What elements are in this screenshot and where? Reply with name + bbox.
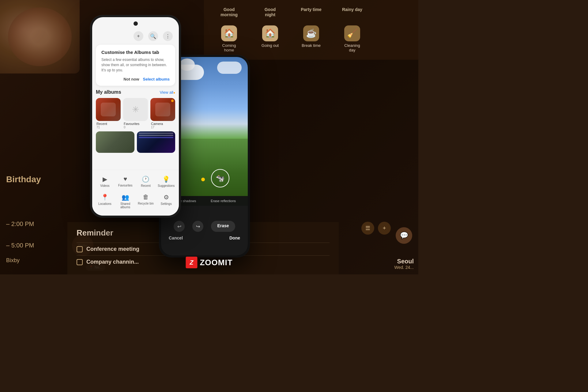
phone-bottom-nav: ▶ Videos ♥ Favourites 🕐 Recent 💡 Suggest…	[92, 170, 179, 216]
nav-videos-label: Videos	[100, 184, 109, 187]
routine-icon-rainy[interactable]: 🧹 Cleaningday	[333, 23, 371, 55]
routine-item-good-night[interactable]: Goodnight	[251, 5, 289, 20]
left-image	[0, 0, 80, 74]
customise-banner: Customise the Albums tab Select a few es…	[96, 45, 175, 86]
nav-shared-albums[interactable]: 👥 Sharedalbums	[115, 192, 136, 211]
right-widgets: Seoul Wed. 24...	[339, 253, 418, 274]
album-camera-label: Camera	[150, 122, 175, 126]
customise-title: Customise the Albums tab	[101, 50, 170, 55]
album-fav-label: Favourites	[123, 122, 148, 126]
routine-icon-good-morning[interactable]: 🏠 Cominghome	[210, 23, 248, 55]
nav-recycle-label: Recycle bin	[138, 202, 154, 205]
nav-suggestions-label: Suggestions	[158, 184, 175, 187]
zoomit-z-text: Z	[190, 259, 193, 266]
fav-thumb: ✳	[123, 98, 148, 121]
nav-locations-label: Locations	[98, 202, 111, 205]
chat-bubble[interactable]: 💬	[396, 227, 412, 244]
nav-settings[interactable]: ⚙ Settings	[156, 192, 176, 211]
select-albums-button[interactable]: Select albums	[143, 77, 170, 81]
seoul-city: Seoul	[343, 258, 414, 265]
seoul-date: Wed. 24...	[343, 265, 414, 270]
album-recent[interactable]: Recent 71	[96, 98, 121, 129]
list-icon[interactable]: ☰	[361, 222, 374, 235]
routine-item-rainy-day[interactable]: Rainy day	[333, 5, 371, 20]
albums-row2	[96, 131, 175, 153]
nav-row-2: 📍 Locations 👥 Sharedalbums 🗑 Recycle bin…	[95, 192, 176, 211]
nav-locations[interactable]: 📍 Locations	[95, 192, 115, 211]
left-sidebar: Birthday	[0, 172, 61, 187]
album-recent-label: Recent	[96, 122, 121, 126]
animal-circle: 🐄	[211, 169, 229, 187]
album-favourites[interactable]: ✳ Favourites 0	[123, 98, 148, 129]
view-all-button[interactable]: View all●	[160, 90, 175, 95]
albums-section: My albums View all● Recent 71	[92, 89, 179, 155]
cancel-button[interactable]: Cancel	[169, 236, 183, 240]
nav-recent-label: Recent	[141, 184, 151, 187]
nav-suggestions[interactable]: 💡 Suggestions	[156, 174, 176, 189]
action-buttons: ☰ +	[361, 222, 391, 235]
action-bar-bottom: Cancel Done	[166, 236, 243, 240]
bixby-label: Bixby	[6, 257, 20, 264]
erase-reflections[interactable]: Erase reflections	[211, 199, 236, 203]
space-thumb	[137, 131, 175, 153]
done-button[interactable]: Done	[229, 236, 240, 240]
zoomit-logo: Z ZOOMIT	[186, 257, 232, 268]
phone-left: + 🔍 ⋮ Customise the Albums tab Select a …	[90, 15, 181, 217]
album-space[interactable]	[137, 131, 175, 153]
customise-desc: Select a few essential albums to show, s…	[101, 57, 170, 73]
routine-icon-party[interactable]: ☕ Break time	[292, 23, 330, 55]
albums-header: My albums View all●	[96, 89, 175, 95]
nav-recent[interactable]: 🕐 Recent	[136, 174, 156, 189]
yellow-dot	[201, 178, 205, 181]
reminder-checkbox-1[interactable]	[77, 246, 83, 252]
birthday-label: Birthday	[6, 175, 55, 184]
routine-icon-good-night[interactable]: 🏠 Going out	[251, 23, 289, 55]
nav-settings-label: Settings	[161, 202, 172, 205]
recent-thumb	[96, 98, 121, 121]
album-recent-count: 71	[96, 126, 121, 129]
time1: – 2:00 PM	[6, 221, 34, 228]
buildings-thumb	[96, 131, 134, 153]
reminder-text-2: Company channin...	[86, 259, 139, 265]
redo-button[interactable]: ↪	[192, 221, 203, 232]
album-camera[interactable]: Camera 17	[150, 98, 175, 129]
search-button[interactable]: 🔍	[148, 31, 158, 41]
albums-grid: Recent 71 ✳ Favourites 0	[96, 98, 175, 129]
add-button[interactable]: +	[134, 31, 143, 41]
nav-videos[interactable]: ▶ Videos	[95, 174, 115, 189]
album-camera-count: 17	[150, 126, 175, 129]
nav-shared-label: Sharedalbums	[120, 202, 130, 209]
routine-item-party-time[interactable]: Party time	[292, 5, 330, 20]
reminder-text-1: Conference meeting	[86, 246, 139, 252]
erase-button[interactable]: Erase	[211, 221, 235, 232]
album-buildings[interactable]	[96, 131, 134, 153]
undo-button[interactable]: ↩	[174, 221, 185, 232]
cloud-shape-2	[217, 62, 242, 74]
front-camera-left	[134, 21, 138, 26]
nav-recycle[interactable]: 🗑 Recycle bin	[136, 192, 156, 211]
action-bar-top: ↩ ↪ Erase	[166, 221, 243, 232]
more-button[interactable]: ⋮	[163, 31, 173, 41]
nav-row-1: ▶ Videos ♥ Favourites 🕐 Recent 💡 Suggest…	[95, 174, 176, 189]
customise-buttons: Not now Select albums	[101, 77, 170, 81]
add-icon[interactable]: +	[378, 222, 391, 235]
albums-title: My albums	[96, 89, 121, 95]
zoomit-wordmark: ZOOMIT	[200, 258, 232, 267]
nav-fav-label: Favourites	[118, 184, 133, 187]
phone-left-screen: + 🔍 ⋮ Customise the Albums tab Select a …	[92, 17, 179, 216]
zoomit-z-icon: Z	[186, 257, 197, 268]
not-now-button[interactable]: Not now	[123, 77, 139, 81]
album-fav-count: 0	[123, 126, 148, 129]
nav-favourites[interactable]: ♥ Favourites	[115, 174, 136, 189]
routine-item-good-morning[interactable]: Goodmorning	[210, 5, 248, 20]
time2: – 5:00 PM	[6, 242, 34, 249]
routine-grid: Goodmorning Goodnight Party time Rainy d…	[204, 0, 418, 60]
reminder-checkbox-2[interactable]	[77, 259, 83, 265]
phone-top-bar: + 🔍 ⋮	[92, 17, 179, 43]
